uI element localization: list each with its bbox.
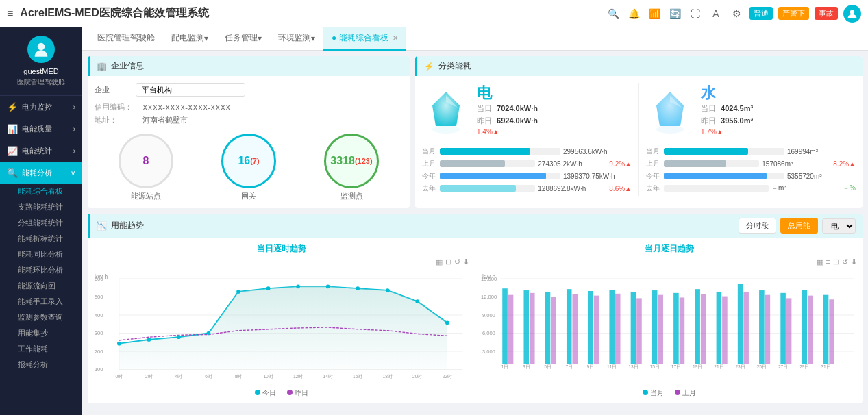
svg-rect-82 <box>759 290 765 364</box>
svg-text:27日: 27日 <box>778 364 788 369</box>
fullscreen-icon[interactable]: ⛶ <box>688 6 703 21</box>
estats-icon: 📈 <box>7 145 18 156</box>
chart-download2-icon[interactable]: ⬇ <box>851 257 857 266</box>
chart-daily: 当日逐时趋势 ▦ ⊟ ↺ ⬇ kW·h <box>93 243 469 398</box>
chart-download-icon[interactable]: ⬇ <box>463 257 469 266</box>
menu-icon[interactable]: ≡ <box>7 8 13 20</box>
svg-text:3日: 3日 <box>523 364 530 369</box>
settings-icon[interactable]: ⚙ <box>729 6 744 21</box>
energy-panel-title: 分类能耗 <box>438 60 471 72</box>
sidebar-org[interactable]: 医院管理驾驶舱 <box>17 77 65 87</box>
chevron-right-icon2: › <box>73 125 75 133</box>
chart-sort-icon[interactable]: ≡ <box>826 257 830 266</box>
energy-divider <box>638 83 639 196</box>
energy-electricity-main: 电 当日 7024.0kW·h 昨日 6924.0kW·h <box>422 83 632 141</box>
sidebar-item-monitor[interactable]: 监测参数查询 <box>0 310 82 325</box>
company-name-row: 企业 <box>95 83 403 97</box>
chart-daily-legend: 今日 昨日 <box>93 388 469 398</box>
wifi-icon[interactable]: 📶 <box>647 6 662 21</box>
svg-text:10时: 10时 <box>263 374 273 379</box>
bar-month-container <box>440 148 560 155</box>
search-icon[interactable]: 🔍 <box>606 6 621 21</box>
chart-line-icon[interactable]: ⊟ <box>445 257 451 266</box>
energy-type-select[interactable]: 电 水 <box>822 218 856 234</box>
monitor-label: 监测点 <box>340 191 363 201</box>
water-today: 当日 4024.5m³ <box>701 103 753 114</box>
svg-rect-75 <box>680 297 685 364</box>
bell-icon[interactable]: 🔔 <box>626 6 641 21</box>
circle-station: 8 <box>119 134 173 188</box>
badge-accident[interactable]: 事故 <box>815 7 838 20</box>
quality-icon: 📊 <box>7 123 18 134</box>
bar-row-last-month: 上月 274305.2kW·h 9.2%▲ <box>422 159 632 168</box>
sidebar-item-report[interactable]: 报耗分析 <box>0 357 82 373</box>
chart-bar2-icon[interactable]: ▦ <box>817 257 823 266</box>
chart-line2-icon[interactable]: ⊟ <box>833 257 839 266</box>
svg-rect-67 <box>594 296 599 364</box>
user-avatar[interactable] <box>843 5 861 23</box>
chart-refresh2-icon[interactable]: ↺ <box>842 257 848 266</box>
sidebar-item-analysis-label: 能耗分析 <box>22 168 71 178</box>
badge-warn[interactable]: 产警下 <box>778 7 809 20</box>
chart-refresh-icon[interactable]: ↺ <box>454 257 460 266</box>
svg-rect-61 <box>530 293 535 364</box>
svg-point-44 <box>386 288 390 292</box>
chart-bar-icon[interactable]: ▦ <box>436 257 443 266</box>
legend-last-month: 上月 <box>675 388 696 398</box>
font-icon[interactable]: A <box>708 6 723 21</box>
svg-text:600: 600 <box>95 276 103 282</box>
sidebar-item-subgroup[interactable]: 分组能耗统计 <box>0 215 82 231</box>
tab-hospital-dashboard[interactable]: 医院管理驾驶舱 <box>89 27 163 51</box>
tab-close-icon[interactable]: ✕ <box>393 34 398 42</box>
company-panel: 🏢 企业信息 企业 信用编码： XXXX-XXXX-XXXX-XXXX <box>88 56 410 208</box>
energy-panel-header: ⚡ 分类能耗 <box>415 56 863 76</box>
svg-text:8时: 8时 <box>235 374 243 379</box>
sidebar-item-collect[interactable]: 用能集抄 <box>0 325 82 341</box>
sidebar-item-electric[interactable]: ⚡ 电力监控 › <box>0 96 82 118</box>
tab-task-mgmt[interactable]: 任务管理 ▾ <box>216 27 270 51</box>
chart-monthly: 当月逐日趋势 ▦ ≡ ⊟ ↺ ⬇ kW·h <box>481 243 857 398</box>
svg-text:100: 100 <box>95 366 103 373</box>
sidebar-item-route-stats[interactable]: 支路能耗统计 <box>0 199 82 215</box>
company-credit-row: 信用编码： XXXX-XXXX-XXXX-XXXX <box>95 102 403 112</box>
top-panels: 🏢 企业信息 企业 信用编码： XXXX-XXXX-XXXX-XXXX <box>88 56 863 208</box>
sidebar-item-yoy[interactable]: 能耗同比分析 <box>0 247 82 262</box>
svg-rect-72 <box>652 290 658 364</box>
chart-monthly-svg: kW·h 15,000 12,000 9,000 <box>481 269 857 386</box>
gateway-sub: (7) <box>250 157 259 165</box>
svg-rect-77 <box>701 294 706 364</box>
hourly-btn[interactable]: 分时段 <box>739 218 776 234</box>
topbar: ≡ AcrelEMS-MED医院综合能效管理系统 🔍 🔔 📶 🔄 ⛶ A ⚙ 普… <box>0 0 868 27</box>
sidebar-item-quality[interactable]: 📊 电能质量 › <box>0 118 82 140</box>
sidebar-item-analysis[interactable]: 🔍 能耗分析 ∨ <box>0 162 82 184</box>
svg-rect-85 <box>786 298 792 364</box>
svg-text:5日: 5日 <box>544 364 551 369</box>
badge-normal[interactable]: 普通 <box>749 7 773 20</box>
water-yesterday-value: 3956.0m³ <box>721 116 753 125</box>
chart-daily-wrapper: kW·h 600 500 400 <box>93 269 469 386</box>
sidebar-username: guestMED <box>23 67 58 75</box>
tab-energy-dashboard[interactable]: ● 能耗综合看板 ✕ <box>323 27 406 51</box>
sidebar-item-ring[interactable]: 能耗环比分析 <box>0 262 82 278</box>
sidebar-item-flow[interactable]: 能源流向图 <box>0 278 82 294</box>
water-info: 水 当日 4024.5m³ 昨日 3956.0m³ <box>701 83 753 141</box>
total-btn[interactable]: 总用能 <box>780 218 818 234</box>
svg-rect-65 <box>572 294 578 364</box>
svg-rect-76 <box>695 289 700 364</box>
sidebar-item-manual[interactable]: 能耗手工录入 <box>0 294 82 310</box>
sidebar-item-estats[interactable]: 📈 电能统计 › <box>0 140 82 162</box>
svg-rect-86 <box>802 290 808 364</box>
tab-electric-monitor[interactable]: 配电监测 ▾ <box>163 27 216 51</box>
svg-rect-62 <box>545 292 551 364</box>
water-today-label: 当日 <box>701 104 716 112</box>
company-input[interactable] <box>136 83 245 97</box>
sidebar-item-target[interactable]: 能耗折标统计 <box>0 231 82 247</box>
tab-env-monitor[interactable]: 环境监测 ▾ <box>270 27 323 51</box>
refresh-icon[interactable]: 🔄 <box>667 6 682 21</box>
svg-rect-68 <box>609 290 615 364</box>
svg-rect-84 <box>780 293 786 364</box>
sidebar-item-work[interactable]: 工作能耗 <box>0 341 82 357</box>
svg-text:200: 200 <box>95 349 103 355</box>
sidebar-item-dashboard[interactable]: 能耗综合看板 <box>0 184 82 199</box>
svg-rect-73 <box>658 295 663 364</box>
